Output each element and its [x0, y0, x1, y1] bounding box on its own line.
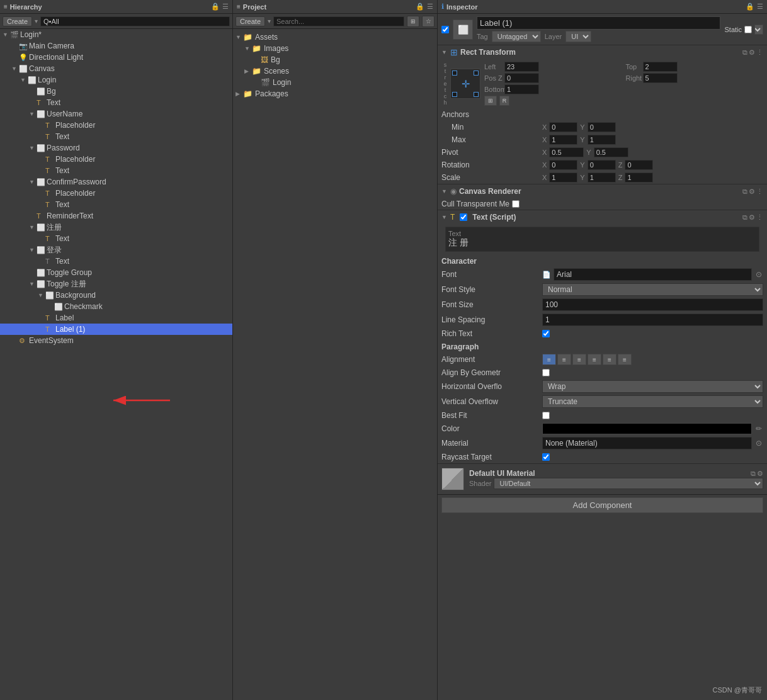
hierarchy-item-placeholder2[interactable]: TPlaceholder [0, 154, 232, 165]
rt-copy-icon[interactable]: ⧉ [742, 48, 747, 57]
object-active-checkbox[interactable] [441, 26, 449, 33]
project-item-login_scene[interactable]: 🎬Login [233, 77, 437, 88]
material-input[interactable] [542, 437, 752, 449]
tree-arrow-canvas[interactable]: ▼ [11, 65, 19, 72]
hierarchy-search-input[interactable] [40, 16, 230, 26]
project-item-scenes[interactable]: ▶📁Scenes [233, 65, 437, 77]
hierarchy-item-confirmpassword[interactable]: ▼⬜ConfirmPassword [0, 176, 232, 188]
ts-copy-icon[interactable]: ⧉ [742, 213, 747, 222]
ts-enabled-checkbox[interactable] [460, 213, 467, 221]
hierarchy-item-toggle_reg[interactable]: ▼⬜Toggle 注册 [0, 278, 232, 290]
inspector-menu-icon[interactable]: ☰ [757, 3, 763, 11]
rt-resize-btn1[interactable]: ⊞ [484, 96, 497, 106]
create-dropdown-arrow[interactable]: ▾ [35, 18, 38, 25]
proj-arrow-scenes[interactable]: ▶ [244, 68, 252, 74]
lock-icon[interactable]: 🔒 [211, 3, 220, 11]
rt-settings-icon[interactable]: ⚙ [749, 48, 755, 57]
project-layout-btn[interactable]: ⊞ [407, 16, 419, 27]
hierarchy-item-main_camera[interactable]: 📷Main Camera [0, 40, 232, 52]
static-select[interactable]: ▾ [754, 25, 763, 35]
tree-arrow-login[interactable]: ▼ [20, 77, 28, 83]
hierarchy-item-canvas[interactable]: ▼⬜Canvas [0, 63, 232, 74]
project-item-images[interactable]: ▼📁Images [233, 43, 437, 54]
raycast-checkbox[interactable] [542, 453, 550, 461]
rt-scale-y-input[interactable] [588, 172, 616, 183]
hierarchy-item-login[interactable]: ▼⬜Login [0, 74, 232, 86]
tree-arrow-confirmpassword[interactable]: ▼ [29, 179, 37, 185]
h-overflow-select[interactable]: Wrap [542, 380, 763, 393]
rt-rot-y-input[interactable] [588, 160, 616, 170]
color-swatch[interactable] [542, 423, 752, 434]
align-left-btn[interactable]: ≡ [542, 354, 556, 365]
add-component-button[interactable]: Add Component [441, 497, 763, 513]
align-bottom-btn[interactable]: ≡ [618, 354, 632, 365]
project-lock-icon[interactable]: 🔒 [416, 3, 424, 11]
material-select-icon[interactable]: ⊙ [754, 439, 763, 448]
line-spacing-input[interactable] [542, 313, 763, 326]
hierarchy-item-background[interactable]: ▼⬜Background [0, 290, 232, 301]
cull-checkbox[interactable] [512, 200, 520, 208]
rect-transform-header[interactable]: ▼ ⊞ Rect Transform ⧉ ⚙ ⋮ [438, 45, 767, 59]
rt-left-input[interactable] [504, 62, 539, 72]
proj-arrow-packages[interactable]: ▶ [236, 91, 243, 97]
rt-right-input[interactable] [643, 73, 678, 83]
hierarchy-create-button[interactable]: Create [3, 16, 32, 26]
hierarchy-item-directional_light[interactable]: 💡Directional Light [0, 52, 232, 63]
project-create-button[interactable]: Create [236, 16, 265, 26]
align-middle-btn[interactable]: ≡ [603, 354, 616, 365]
rt-scale-z-input[interactable] [625, 172, 653, 183]
project-star-btn[interactable]: ☆ [422, 16, 435, 27]
hierarchy-item-bg[interactable]: ⬜Bg [0, 86, 232, 97]
project-create-dropdown[interactable]: ▾ [268, 18, 271, 25]
hierarchy-item-placeholder3[interactable]: TPlaceholder [0, 188, 232, 199]
hierarchy-item-text4[interactable]: TText [0, 199, 232, 210]
rt-rot-z-input[interactable] [625, 160, 653, 170]
project-search-input[interactable] [273, 16, 404, 26]
material-copy-icon[interactable]: ⧉ [751, 470, 756, 478]
color-edit-btn[interactable]: ✏ [754, 424, 763, 433]
cr-settings-icon[interactable]: ⚙ [749, 188, 755, 196]
tree-arrow-password[interactable]: ▼ [29, 145, 37, 151]
tree-arrow-toggle_reg[interactable]: ▼ [29, 281, 37, 287]
tree-arrow-login_scene[interactable]: ▼ [3, 31, 10, 38]
rt-bottom-input[interactable] [504, 84, 539, 94]
hierarchy-item-checkmark[interactable]: ⬜Checkmark [0, 301, 232, 312]
tag-select[interactable]: Untagged [492, 31, 541, 42]
hierarchy-item-text_login[interactable]: TText [0, 256, 232, 267]
hierarchy-item-remindertext[interactable]: TReminderText [0, 210, 232, 222]
hierarchy-item-text3[interactable]: TText [0, 165, 232, 176]
hierarchy-item-password[interactable]: ▼⬜Password [0, 142, 232, 154]
rt-max-y-input[interactable] [588, 135, 616, 145]
canvas-renderer-header[interactable]: ▼ ◉ Canvas Renderer ⧉ ⚙ ⋮ [438, 184, 767, 198]
hierarchy-item-login_btn[interactable]: ▼⬜登录 [0, 244, 232, 256]
project-item-packages[interactable]: ▶📁Packages [233, 88, 437, 99]
hierarchy-item-text1[interactable]: TText [0, 97, 232, 108]
rt-max-x-input[interactable] [549, 135, 577, 145]
hierarchy-item-username[interactable]: ▼⬜UserName [0, 108, 232, 120]
tree-arrow-background[interactable]: ▼ [38, 292, 45, 298]
rt-top-input[interactable] [643, 62, 678, 72]
align-by-geom-checkbox[interactable] [542, 369, 550, 376]
ts-more-icon[interactable]: ⋮ [756, 213, 763, 222]
layer-select[interactable]: UI [565, 31, 591, 42]
hierarchy-item-toggle_group[interactable]: ⬜Toggle Group [0, 267, 232, 278]
hierarchy-item-label_node[interactable]: TLabel [0, 312, 232, 324]
rt-posz-input[interactable] [504, 73, 539, 83]
rt-resize-btn2[interactable]: R [499, 96, 509, 106]
inspector-lock-icon[interactable]: 🔒 [746, 3, 754, 11]
hierarchy-item-text_register[interactable]: TText [0, 233, 232, 244]
rt-pivot-y-input[interactable] [594, 147, 628, 157]
best-fit-checkbox[interactable] [542, 412, 550, 419]
align-right-btn[interactable]: ≡ [572, 354, 586, 365]
hierarchy-item-label_1[interactable]: TLabel (1) [0, 324, 232, 335]
hierarchy-item-placeholder1[interactable]: TPlaceholder [0, 120, 232, 131]
cr-more-icon[interactable]: ⋮ [756, 188, 763, 196]
font-size-input[interactable] [542, 298, 763, 311]
hierarchy-item-eventsystem[interactable]: ⚙EventSystem [0, 335, 232, 346]
project-item-bg_asset[interactable]: 🖼Bg [233, 54, 437, 65]
rt-scale-x-input[interactable] [549, 172, 577, 183]
proj-arrow-assets[interactable]: ▼ [236, 34, 243, 40]
hierarchy-item-login_scene[interactable]: ▼🎬Login* [0, 29, 232, 40]
font-input[interactable] [554, 268, 752, 281]
cr-copy-icon[interactable]: ⧉ [742, 188, 747, 196]
